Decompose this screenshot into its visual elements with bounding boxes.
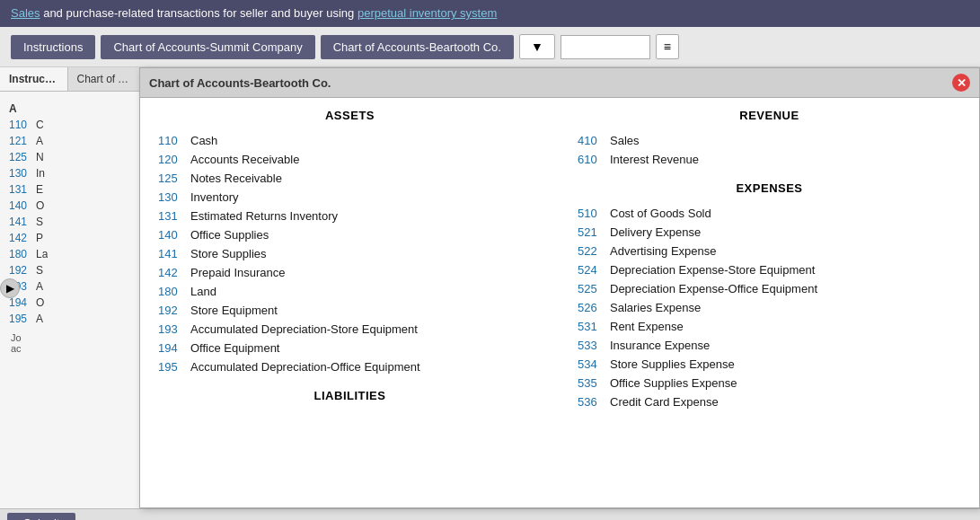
acct-name: Accumulated Depreciation-Office Equipmen…: [190, 360, 420, 374]
acct-name: Inventory: [190, 190, 238, 204]
acct-name: Cost of Goods Sold: [610, 207, 711, 220]
acct-num: 524: [578, 263, 610, 277]
instructions-tab-btn[interactable]: Instructions: [11, 35, 95, 59]
chart-summit-btn[interactable]: Chart of Accounts-Summit Company: [101, 35, 314, 59]
toolbar-text-input[interactable]: [561, 35, 650, 59]
list-item: 526 Salaries Expense: [578, 298, 961, 317]
acct-name: Delivery Expense: [610, 225, 701, 239]
chart-beartooth-btn[interactable]: Chart of Accounts-Beartooth Co.: [321, 35, 514, 59]
acct-name: Depreciation Expense-Office Equipment: [610, 282, 817, 295]
list-item: 524 Depreciation Expense-Store Equipment: [578, 260, 961, 279]
acct-num: 533: [578, 339, 610, 352]
dropdown-btn[interactable]: ▼: [519, 34, 555, 59]
list-item: 521 Delivery Expense: [578, 223, 961, 242]
acct-name: Store Supplies Expense: [610, 357, 735, 371]
list-item: 510 Cost of Goods Sold: [578, 204, 961, 223]
list-item: 131 Estimated Returns Inventory: [158, 207, 542, 225]
popup-close-btn[interactable]: ✕: [952, 74, 970, 92]
acct-name: Interest Revenue: [610, 153, 699, 166]
chart-beartooth-popup: Chart of Accounts-Beartooth Co. ✕ ASSETS…: [139, 67, 980, 508]
list-item: 125 Notes Receivable: [158, 169, 542, 188]
expenses-section-title: EXPENSES: [578, 181, 961, 195]
coa-two-col: ASSETS 110 Cash 120 Accounts Receivable …: [158, 109, 961, 411]
list-item: 193 Accumulated Depreciation-Store Equip…: [158, 320, 542, 339]
sales-link[interactable]: Sales: [11, 6, 40, 20]
acct-num: 534: [578, 357, 610, 371]
list-item: 110 Cash: [158, 131, 542, 150]
list-item: 535 Office Supplies Expense: [578, 374, 961, 392]
acct-num: 193: [158, 322, 190, 336]
list-item: 533 Insurance Expense: [578, 336, 961, 355]
popup-title: Chart of Accounts-Beartooth Co.: [149, 76, 331, 90]
coa-revenue-col: REVENUE 410 Sales 610 Interest Revenue E…: [578, 109, 961, 411]
liabilities-section-title: LIABILITIES: [158, 389, 542, 402]
acct-num: 142: [158, 266, 190, 279]
list-item: 194 Office Equipment: [158, 339, 542, 357]
acct-num: 535: [578, 376, 610, 390]
acct-name: Sales: [610, 134, 640, 147]
list-item: 531 Rent Expense: [578, 317, 961, 336]
top-banner: Sales and purchase-related transactions …: [0, 0, 980, 27]
coa-assets-col: ASSETS 110 Cash 120 Accounts Receivable …: [158, 109, 542, 411]
acct-name: Office Equipment: [190, 341, 279, 355]
acct-name: Estimated Returns Inventory: [190, 209, 338, 223]
acct-name: Advertising Expense: [610, 244, 717, 258]
list-item: 525 Depreciation Expense-Office Equipmen…: [578, 279, 961, 298]
acct-name: Rent Expense: [610, 320, 684, 333]
acct-num: 510: [578, 207, 610, 220]
popup-body[interactable]: ASSETS 110 Cash 120 Accounts Receivable …: [140, 98, 979, 507]
list-item: 142 Prepaid Insurance: [158, 263, 542, 282]
submit-btn[interactable]: Submit: [7, 513, 75, 520]
list-item: 180 Land: [158, 282, 542, 301]
acct-num: 192: [158, 304, 190, 317]
expenses-section: EXPENSES 510 Cost of Goods Sold 521 Deli…: [578, 181, 961, 411]
acct-num: 610: [578, 153, 610, 166]
acct-num: 194: [158, 341, 190, 355]
acct-num: 140: [158, 228, 190, 242]
assets-section-title: ASSETS: [158, 109, 542, 122]
acct-num: 110: [158, 134, 190, 147]
acct-name: Accounts Receivable: [190, 153, 299, 166]
list-item: 130 Inventory: [158, 188, 542, 207]
acct-name: Office Supplies Expense: [610, 376, 737, 390]
list-item: 410 Sales: [578, 131, 961, 150]
list-item: 522 Advertising Expense: [578, 242, 961, 260]
acct-name: Office Supplies: [190, 228, 269, 242]
acct-num: 531: [578, 320, 610, 333]
acct-num: 180: [158, 285, 190, 298]
grid-btn[interactable]: ≡: [656, 34, 679, 59]
bottom-bar: Submit: [0, 508, 980, 520]
acct-num: 536: [578, 395, 610, 409]
acct-name: Cash: [190, 134, 217, 147]
list-item: 140 Office Supplies: [158, 225, 542, 244]
list-item: 610 Interest Revenue: [578, 150, 961, 169]
acct-name: Depreciation Expense-Store Equipment: [610, 263, 815, 277]
list-item: 534 Store Supplies Expense: [578, 355, 961, 374]
acct-name: Store Equipment: [190, 304, 278, 317]
acct-name: Notes Receivable: [190, 172, 282, 185]
acct-num: 125: [158, 172, 190, 185]
popup-overlay: Chart of Accounts-Beartooth Co. ✕ ASSETS…: [0, 67, 980, 508]
acct-num: 525: [578, 282, 610, 295]
popup-header: Chart of Accounts-Beartooth Co. ✕: [140, 68, 979, 98]
acct-num: 526: [578, 301, 610, 314]
perpetual-link[interactable]: perpetual inventory system: [358, 6, 497, 20]
acct-name: Prepaid Insurance: [190, 266, 286, 279]
acct-name: Accumulated Depreciation-Store Equipment: [190, 322, 418, 336]
list-item: 120 Accounts Receivable: [158, 150, 542, 169]
list-item: 141 Store Supplies: [158, 244, 542, 263]
banner-text: and purchase-related transactions for se…: [43, 6, 358, 20]
acct-num: 410: [578, 134, 610, 147]
main-area: Instructions Chart of Accou A 110 C 121 …: [0, 67, 980, 508]
acct-num: 130: [158, 190, 190, 204]
list-item: 195 Accumulated Depreciation-Office Equi…: [158, 357, 542, 376]
list-item: 192 Store Equipment: [158, 301, 542, 320]
acct-num: 141: [158, 247, 190, 260]
acct-name: Land: [190, 285, 216, 298]
acct-num: 522: [578, 244, 610, 258]
liabilities-section: LIABILITIES: [158, 389, 542, 402]
acct-name: Salaries Expense: [610, 301, 701, 314]
acct-name: Store Supplies: [190, 247, 267, 260]
acct-num: 195: [158, 360, 190, 374]
toolbar: Instructions Chart of Accounts-Summit Co…: [0, 27, 980, 67]
